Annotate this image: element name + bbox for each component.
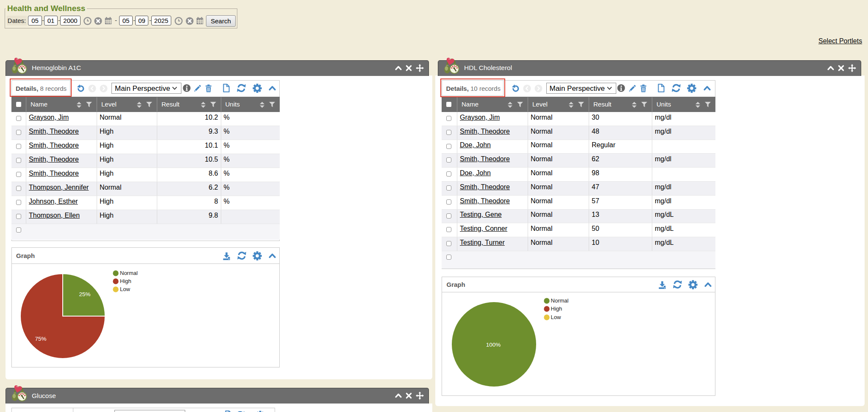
svg-text:100%: 100% <box>486 341 501 348</box>
svg-text:75%: 75% <box>35 336 46 342</box>
svg-text:25%: 25% <box>79 291 90 297</box>
